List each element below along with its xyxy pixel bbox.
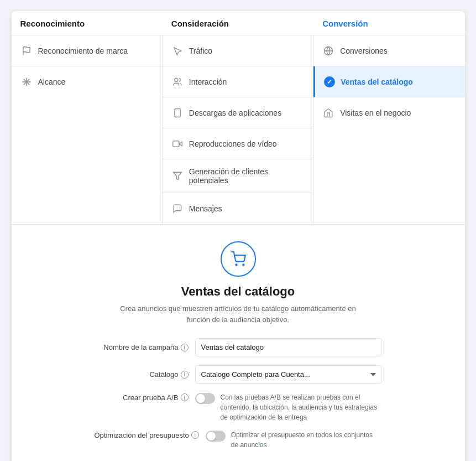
ab-test-info-icon[interactable]: i bbox=[181, 393, 189, 401]
obj-item-visitas-negocio[interactable]: Visitas en el negocio bbox=[313, 97, 464, 128]
obj-item-conversiones-label: Conversiones bbox=[340, 46, 388, 55]
budget-opt-info-icon[interactable]: i bbox=[191, 431, 199, 439]
globe-icon bbox=[322, 45, 334, 57]
obj-item-generacion-clientes[interactable]: Generación de clientes potenciales bbox=[163, 159, 313, 193]
svg-marker-10 bbox=[173, 172, 181, 180]
ab-test-row: Crear prueba A/B i Con las pruebas A/B s… bbox=[95, 392, 382, 422]
col-conversion: Conversiones ✓ Ventas del catálogo Visit… bbox=[313, 35, 464, 224]
selected-check-icon: ✓ bbox=[324, 76, 335, 87]
svg-rect-6 bbox=[175, 108, 181, 117]
obj-item-reconocimiento-marca-label: Reconocimiento de marca bbox=[38, 46, 128, 55]
obj-item-interaccion-label: Interacción bbox=[189, 77, 227, 86]
people-icon bbox=[171, 76, 184, 88]
svg-point-13 bbox=[236, 264, 237, 265]
catalog-select[interactable]: Catalogo Completo para Cuenta... bbox=[195, 365, 382, 384]
ab-test-toggle-content: Con las pruebas A/B se realizan pruebas … bbox=[195, 392, 382, 422]
campaign-name-label: Nombre de la campaña i bbox=[95, 343, 189, 351]
obj-item-conversiones[interactable]: Conversiones bbox=[313, 35, 464, 66]
budget-opt-label: Optimización del presupuesto i bbox=[95, 430, 199, 439]
obj-item-ventas-catalogo[interactable]: ✓ Ventas del catálogo bbox=[313, 66, 464, 97]
campaign-name-row: Nombre de la campaña i bbox=[95, 338, 382, 356]
flag-icon bbox=[20, 45, 33, 57]
catalog-label: Catálogo i bbox=[95, 370, 189, 379]
ab-test-label: Crear prueba A/B i bbox=[95, 392, 189, 402]
svg-point-14 bbox=[243, 264, 244, 265]
obj-item-reproducciones-video[interactable]: Reproducciones de vídeo bbox=[163, 128, 313, 159]
obj-item-generacion-clientes-label: Generación de clientes potenciales bbox=[189, 167, 304, 185]
svg-rect-9 bbox=[173, 141, 179, 147]
budget-opt-toggle[interactable] bbox=[206, 431, 226, 442]
main-card: Reconocimiento Consideración Conversión … bbox=[12, 11, 465, 461]
obj-item-ventas-catalogo-label: Ventas del catálogo bbox=[341, 77, 413, 86]
obj-item-trafico-label: Tráfico bbox=[189, 46, 212, 55]
campaign-name-input[interactable] bbox=[195, 338, 382, 356]
snowflake-icon bbox=[20, 76, 33, 88]
ab-test-toggle[interactable] bbox=[195, 393, 215, 404]
col-reconocimiento: Reconocimiento de marca Alcance bbox=[12, 35, 163, 224]
obj-item-descargas-app-label: Descargas de aplicaciones bbox=[189, 108, 281, 117]
obj-item-visitas-negocio-label: Visitas en el negocio bbox=[340, 108, 411, 117]
chat-icon bbox=[171, 203, 184, 215]
selected-objective-icon bbox=[221, 241, 256, 277]
obj-item-mensajes[interactable]: Mensajes bbox=[163, 193, 313, 224]
video-icon bbox=[171, 138, 184, 150]
obj-item-alcance[interactable]: Alcance bbox=[12, 66, 162, 97]
ab-test-description: Con las pruebas A/B se realizan pruebas … bbox=[221, 392, 382, 422]
phone-icon bbox=[171, 107, 184, 119]
svg-marker-8 bbox=[179, 142, 182, 146]
svg-point-5 bbox=[175, 78, 178, 81]
col-header-consideracion: Consideración bbox=[163, 11, 313, 35]
col-consideracion: Tráfico Interacción Descargas de aplicac… bbox=[163, 35, 313, 224]
budget-opt-row: Optimización del presupuesto i Optimizar… bbox=[95, 430, 382, 450]
cursor-icon bbox=[171, 45, 184, 57]
ab-test-slider bbox=[195, 393, 215, 404]
store-icon bbox=[322, 107, 334, 119]
budget-opt-description: Optimizar el presupuesto en todos los co… bbox=[231, 430, 382, 450]
selected-objective-title: Ventas del catálogo bbox=[181, 284, 295, 299]
col-header-reconocimiento: Reconocimiento bbox=[12, 11, 163, 35]
obj-item-descargas-app[interactable]: Descargas de aplicaciones bbox=[163, 97, 313, 128]
budget-opt-toggle-content: Optimizar el presupuesto en todos los co… bbox=[206, 430, 382, 450]
catalog-row: Catálogo i Catalogo Completo para Cuenta… bbox=[95, 365, 382, 384]
selected-objective-description: Crea anuncios que muestren artículos de … bbox=[117, 303, 360, 325]
obj-item-mensajes-label: Mensajes bbox=[189, 204, 222, 213]
form-area: Ventas del catálogo Crea anuncios que mu… bbox=[12, 225, 465, 461]
obj-item-trafico[interactable]: Tráfico bbox=[163, 35, 313, 66]
obj-item-reconocimiento-marca[interactable]: Reconocimiento de marca bbox=[12, 35, 162, 66]
funnel-icon bbox=[171, 170, 184, 182]
catalog-info-icon[interactable]: i bbox=[181, 371, 189, 379]
obj-item-alcance-label: Alcance bbox=[38, 77, 66, 86]
budget-opt-slider bbox=[206, 431, 226, 442]
campaign-name-info-icon[interactable]: i bbox=[181, 344, 189, 351]
col-header-conversion: Conversión bbox=[313, 11, 464, 35]
obj-item-reproducciones-video-label: Reproducciones de vídeo bbox=[189, 139, 277, 148]
objective-grid: Reconocimiento Consideración Conversión … bbox=[12, 11, 465, 225]
obj-item-interaccion[interactable]: Interacción bbox=[163, 66, 313, 97]
